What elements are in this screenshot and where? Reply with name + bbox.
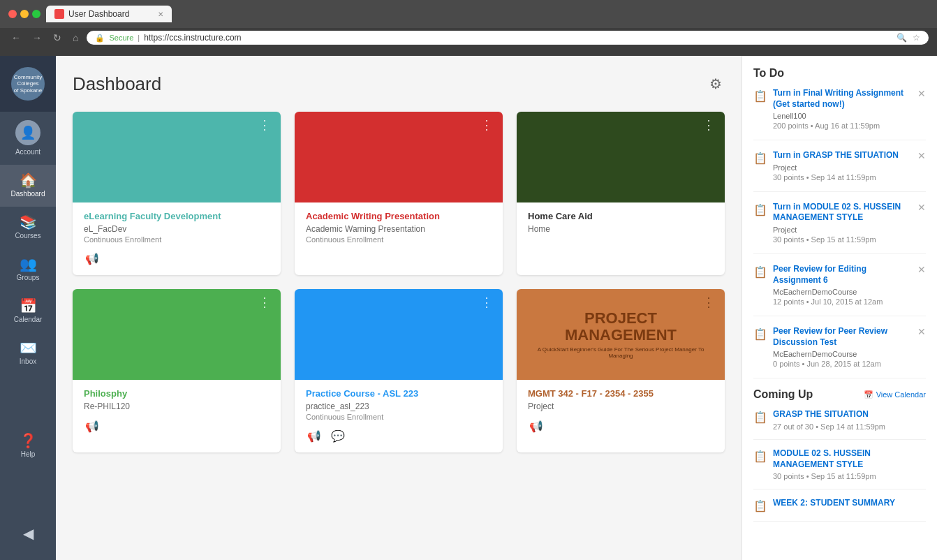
todo-title-0[interactable]: Turn in Final Writing Assignment (Get st… <box>773 88 912 110</box>
secure-indicator: 🔒 <box>95 34 105 43</box>
coming-up-meta-1: 30 points • Sep 15 at 11:59pm <box>773 472 926 480</box>
browser-dots <box>8 10 40 18</box>
course-card-academic: ⋮ Academic Writing Presentation Academic… <box>295 112 503 275</box>
course-enrollment-academic: Continuous Enrollment <box>306 235 492 244</box>
browser-tab[interactable]: User Dashboard ✕ <box>46 6 172 22</box>
sidebar-logo: CommunityCollegesof Spokane <box>0 56 56 112</box>
coming-up-content-1: MODULE 02 S. HUSSEIN MANAGEMENT STYLE 30… <box>773 448 926 480</box>
course-subtitle-academic: Academic Warning Presentation <box>306 224 492 234</box>
card-icons-philosophy: 📢 <box>84 418 270 434</box>
card-image-philosophy: ⋮ <box>73 289 281 380</box>
todo-close-4[interactable]: ✕ <box>917 326 926 337</box>
groups-icon: 👥 <box>20 257 37 271</box>
groups-label: Groups <box>17 274 40 282</box>
project-card-title: PROJECT MANAGEMENT <box>528 310 714 344</box>
todo-close-1[interactable]: ✕ <box>917 150 926 161</box>
courses-label: Courses <box>15 232 40 240</box>
announce-icon[interactable]: 📢 <box>84 251 101 267</box>
dot-yellow[interactable] <box>20 10 29 18</box>
view-calendar-link[interactable]: 📅 View Calendar <box>864 390 926 399</box>
announce-icon[interactable]: 📢 <box>306 428 323 444</box>
card-menu-button[interactable]: ⋮ <box>698 295 719 310</box>
todo-meta-3: 12 points • Jul 10, 2015 at 12am <box>773 297 912 306</box>
card-menu-button[interactable]: ⋮ <box>698 117 719 133</box>
calendar-label: Calendar <box>14 316 43 324</box>
todo-title-4[interactable]: Peer Review for Peer Review Discussion T… <box>773 326 912 348</box>
announce-icon[interactable]: 📢 <box>528 418 545 434</box>
todo-content-0: Turn in Final Writing Assignment (Get st… <box>773 88 912 130</box>
coming-up-title: Coming Up <box>753 388 813 401</box>
course-cards-grid: ⋮ eLearning Faculty Development eL_FacDe… <box>73 112 725 452</box>
card-menu-button[interactable]: ⋮ <box>254 117 275 133</box>
bookmark-icon[interactable]: ☆ <box>913 33 920 43</box>
tab-close[interactable]: ✕ <box>158 10 163 18</box>
back-button[interactable]: ← <box>8 31 24 45</box>
sidebar-item-courses[interactable]: 📚 Courses <box>0 207 56 249</box>
dot-green[interactable] <box>32 10 40 18</box>
coming-up-content-2: WEEK 2: STUDENT SUMMARY <box>773 498 926 513</box>
browser-addressbar: ← → ↻ ⌂ 🔒 Secure | https://ccs.instructu… <box>0 28 937 47</box>
sidebar-item-dashboard[interactable]: 🏠 Dashboard <box>0 165 56 207</box>
todo-course-4: McEachernDemoCourse <box>773 350 912 358</box>
card-image-asl: ⋮ <box>295 289 503 380</box>
todo-close-2[interactable]: ✕ <box>917 202 926 213</box>
coming-up-title-2[interactable]: WEEK 2: STUDENT SUMMARY <box>773 498 926 509</box>
course-subtitle-asl: practice_asl_223 <box>306 401 492 411</box>
search-icon[interactable]: 🔍 <box>897 33 907 43</box>
logo-text: CommunityCollegesof Spokane <box>14 74 42 94</box>
todo-course-1: Project <box>773 163 912 172</box>
calendar-small-icon: 📅 <box>864 390 873 399</box>
help-icon: ❓ <box>20 434 37 448</box>
chat-icon[interactable]: 💬 <box>330 428 346 444</box>
forward-button[interactable]: → <box>29 31 45 45</box>
todo-icon-0: 📋 <box>753 89 767 103</box>
card-body-homecare: Home Care Aid Home <box>517 202 725 249</box>
course-subtitle-mgmt: Project <box>528 401 714 411</box>
card-body-academic: Academic Writing Presentation Academic W… <box>295 202 503 259</box>
course-subtitle-elearning: eL_FacDev <box>84 224 270 234</box>
todo-title-1[interactable]: Turn in GRASP THE SITUATION <box>773 150 912 161</box>
todo-title-3[interactable]: Peer Review for Editing Assignment 6 <box>773 264 912 286</box>
coming-up-item-0: 📋 GRASP THE SITUATION 27 out of 30 • Sep… <box>753 409 926 440</box>
home-button[interactable]: ⌂ <box>70 31 81 45</box>
account-label: Account <box>15 148 40 156</box>
course-card-elearning: ⋮ eLearning Faculty Development eL_FacDe… <box>73 112 281 275</box>
course-subtitle-homecare: Home <box>528 224 714 234</box>
address-box[interactable]: 🔒 Secure | https://ccs.instructure.com 🔍… <box>87 31 929 45</box>
card-menu-button[interactable]: ⋮ <box>476 295 497 310</box>
sidebar-item-groups[interactable]: 👥 Groups <box>0 249 56 290</box>
coming-up-title-1[interactable]: MODULE 02 S. HUSSEIN MANAGEMENT STYLE <box>773 448 926 470</box>
course-name-asl[interactable]: Practice Course - ASL 223 <box>306 388 492 399</box>
todo-course-2: Project <box>773 226 912 234</box>
course-name-academic[interactable]: Academic Writing Presentation <box>306 211 492 221</box>
coming-up-icon-1: 📋 <box>753 450 767 480</box>
course-name-mgmt[interactable]: MGMT 342 - F17 - 2354 - 2355 <box>528 388 714 399</box>
course-name-homecare[interactable]: Home Care Aid <box>528 211 714 221</box>
sidebar-item-help[interactable]: ❓ Help <box>0 425 56 467</box>
todo-close-3[interactable]: ✕ <box>917 264 926 275</box>
sidebar-collapse-button[interactable]: ◀ <box>0 518 56 549</box>
todo-title-2[interactable]: Turn in MODULE 02 S. HUSSEIN MANAGEMENT … <box>773 202 912 223</box>
course-card-homecare: ⋮ Home Care Aid Home <box>517 112 725 275</box>
course-name-philosophy[interactable]: Philosphy <box>84 388 270 399</box>
card-menu-button[interactable]: ⋮ <box>254 295 275 310</box>
tab-title: User Dashboard <box>68 9 129 19</box>
todo-meta-2: 30 points • Sep 15 at 11:59pm <box>773 235 912 244</box>
page-title: Dashboard <box>73 73 161 95</box>
collapse-icon: ◀ <box>23 526 34 540</box>
refresh-button[interactable]: ↻ <box>50 31 64 45</box>
todo-close-0[interactable]: ✕ <box>917 88 926 99</box>
sidebar-item-calendar[interactable]: 📅 Calendar <box>0 290 56 332</box>
coming-up-meta-0: 27 out of 30 • Sep 14 at 11:59pm <box>773 422 926 431</box>
card-menu-button[interactable]: ⋮ <box>476 117 497 133</box>
sidebar-item-account[interactable]: 👤 Account <box>0 112 56 165</box>
card-body-elearning: eLearning Faculty Development eL_FacDev … <box>73 202 281 275</box>
announce-icon[interactable]: 📢 <box>84 418 101 434</box>
coming-up-title-0[interactable]: GRASP THE SITUATION <box>773 409 926 420</box>
help-label: Help <box>21 450 36 459</box>
dot-red[interactable] <box>8 10 17 18</box>
course-name-elearning[interactable]: eLearning Faculty Development <box>84 211 270 221</box>
view-calendar-label: View Calendar <box>876 390 926 399</box>
settings-button[interactable]: ⚙ <box>707 73 725 95</box>
sidebar-item-inbox[interactable]: ✉️ Inbox <box>0 332 56 374</box>
